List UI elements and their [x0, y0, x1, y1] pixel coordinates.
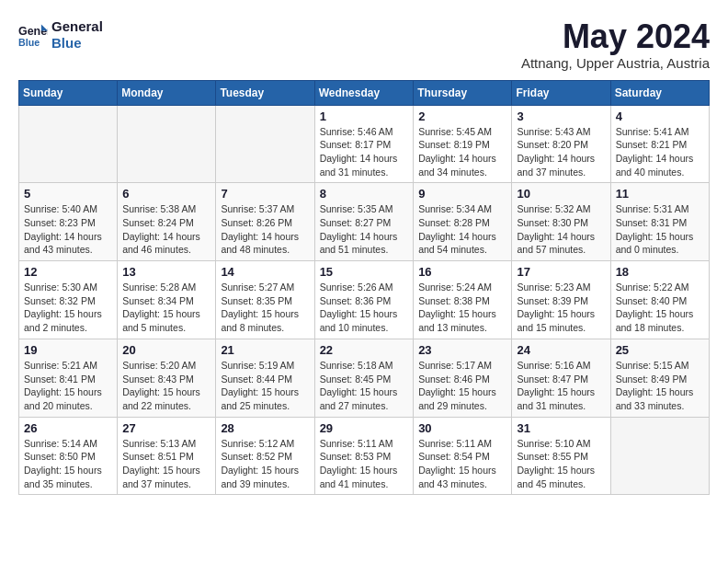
day-number: 8: [320, 187, 409, 201]
calendar-table: SundayMondayTuesdayWednesdayThursdayFrid…: [18, 80, 710, 496]
day-info: Sunrise: 5:37 AM Sunset: 8:26 PM Dayligh…: [221, 202, 309, 257]
day-number: 12: [24, 265, 112, 279]
day-info: Sunrise: 5:10 AM Sunset: 8:55 PM Dayligh…: [517, 437, 605, 491]
calendar-cell: 30Sunrise: 5:11 AM Sunset: 8:54 PM Dayli…: [414, 417, 512, 495]
day-info: Sunrise: 5:35 AM Sunset: 8:27 PM Dayligh…: [320, 202, 409, 257]
week-row-2: 5Sunrise: 5:40 AM Sunset: 8:23 PM Daylig…: [19, 183, 710, 261]
calendar-cell: 29Sunrise: 5:11 AM Sunset: 8:53 PM Dayli…: [314, 417, 414, 495]
calendar-cell: 5Sunrise: 5:40 AM Sunset: 8:23 PM Daylig…: [19, 183, 118, 261]
day-info: Sunrise: 5:19 AM Sunset: 8:44 PM Dayligh…: [221, 359, 309, 413]
calendar-cell: 12Sunrise: 5:30 AM Sunset: 8:32 PM Dayli…: [19, 261, 118, 339]
calendar-cell: 9Sunrise: 5:34 AM Sunset: 8:28 PM Daylig…: [414, 183, 512, 261]
calendar-cell: 19Sunrise: 5:21 AM Sunset: 8:41 PM Dayli…: [19, 339, 118, 417]
day-number: 11: [616, 187, 704, 201]
calendar-cell: 24Sunrise: 5:16 AM Sunset: 8:47 PM Dayli…: [512, 339, 610, 417]
day-number: 21: [221, 343, 309, 357]
calendar-cell: 22Sunrise: 5:18 AM Sunset: 8:45 PM Dayli…: [314, 339, 414, 417]
calendar-cell: 31Sunrise: 5:10 AM Sunset: 8:55 PM Dayli…: [512, 417, 610, 495]
day-number: 23: [418, 343, 506, 357]
weekday-header-monday: Monday: [118, 80, 216, 105]
day-info: Sunrise: 5:11 AM Sunset: 8:53 PM Dayligh…: [320, 437, 409, 491]
calendar-cell: 17Sunrise: 5:23 AM Sunset: 8:39 PM Dayli…: [512, 261, 610, 339]
day-number: 27: [122, 421, 210, 435]
weekday-header-sunday: Sunday: [19, 80, 118, 105]
day-number: 14: [221, 265, 309, 279]
day-info: Sunrise: 5:46 AM Sunset: 8:17 PM Dayligh…: [320, 125, 409, 179]
calendar-cell: 28Sunrise: 5:12 AM Sunset: 8:52 PM Dayli…: [216, 417, 314, 495]
day-info: Sunrise: 5:13 AM Sunset: 8:51 PM Dayligh…: [122, 437, 210, 491]
day-number: 10: [517, 187, 605, 201]
day-info: Sunrise: 5:21 AM Sunset: 8:41 PM Dayligh…: [24, 359, 112, 413]
day-info: Sunrise: 5:45 AM Sunset: 8:19 PM Dayligh…: [418, 125, 506, 179]
day-info: Sunrise: 5:40 AM Sunset: 8:23 PM Dayligh…: [24, 202, 112, 257]
day-number: 16: [418, 265, 506, 279]
calendar-cell: 8Sunrise: 5:35 AM Sunset: 8:27 PM Daylig…: [314, 183, 414, 261]
calendar-cell: 27Sunrise: 5:13 AM Sunset: 8:51 PM Dayli…: [118, 417, 216, 495]
day-info: Sunrise: 5:18 AM Sunset: 8:45 PM Dayligh…: [320, 359, 409, 413]
weekday-header-friday: Friday: [512, 80, 610, 105]
day-number: 3: [517, 109, 605, 123]
day-number: 22: [320, 343, 409, 357]
week-row-1: 1Sunrise: 5:46 AM Sunset: 8:17 PM Daylig…: [19, 105, 710, 183]
day-info: Sunrise: 5:30 AM Sunset: 8:32 PM Dayligh…: [24, 281, 112, 335]
calendar-cell: 6Sunrise: 5:38 AM Sunset: 8:24 PM Daylig…: [118, 183, 216, 261]
calendar-cell: 10Sunrise: 5:32 AM Sunset: 8:30 PM Dayli…: [512, 183, 610, 261]
day-info: Sunrise: 5:43 AM Sunset: 8:20 PM Dayligh…: [517, 125, 605, 179]
calendar-cell: 1Sunrise: 5:46 AM Sunset: 8:17 PM Daylig…: [314, 105, 414, 183]
day-number: 20: [122, 343, 210, 357]
day-number: 26: [24, 421, 112, 435]
day-info: Sunrise: 5:15 AM Sunset: 8:49 PM Dayligh…: [616, 359, 704, 413]
weekday-header-saturday: Saturday: [610, 80, 709, 105]
day-info: Sunrise: 5:20 AM Sunset: 8:43 PM Dayligh…: [122, 359, 210, 413]
day-number: 17: [517, 265, 605, 279]
week-row-3: 12Sunrise: 5:30 AM Sunset: 8:32 PM Dayli…: [19, 261, 710, 339]
weekday-header-tuesday: Tuesday: [216, 80, 314, 105]
day-info: Sunrise: 5:38 AM Sunset: 8:24 PM Dayligh…: [122, 202, 210, 257]
calendar-cell: 16Sunrise: 5:24 AM Sunset: 8:38 PM Dayli…: [414, 261, 512, 339]
day-number: 15: [320, 265, 409, 279]
day-info: Sunrise: 5:31 AM Sunset: 8:31 PM Dayligh…: [616, 202, 704, 257]
day-number: 7: [221, 187, 309, 201]
calendar-cell: 20Sunrise: 5:20 AM Sunset: 8:43 PM Dayli…: [118, 339, 216, 417]
calendar-cell: 14Sunrise: 5:27 AM Sunset: 8:35 PM Dayli…: [216, 261, 314, 339]
calendar-cell: 11Sunrise: 5:31 AM Sunset: 8:31 PM Dayli…: [610, 183, 709, 261]
day-info: Sunrise: 5:14 AM Sunset: 8:50 PM Dayligh…: [24, 437, 112, 491]
day-number: 19: [24, 343, 112, 357]
logo-icon: General Blue: [18, 22, 48, 48]
calendar-cell: 3Sunrise: 5:43 AM Sunset: 8:20 PM Daylig…: [512, 105, 610, 183]
calendar-cell: [19, 105, 118, 183]
day-number: 4: [616, 109, 704, 123]
day-info: Sunrise: 5:24 AM Sunset: 8:38 PM Dayligh…: [418, 281, 506, 335]
page-header: General Blue General Blue May 2024 Attna…: [18, 18, 710, 71]
day-number: 29: [320, 421, 409, 435]
day-number: 9: [418, 187, 506, 201]
weekday-header-wednesday: Wednesday: [314, 80, 414, 105]
day-info: Sunrise: 5:16 AM Sunset: 8:47 PM Dayligh…: [517, 359, 605, 413]
calendar-cell: [216, 105, 314, 183]
day-number: 25: [616, 343, 704, 357]
day-number: 30: [418, 421, 506, 435]
day-info: Sunrise: 5:23 AM Sunset: 8:39 PM Dayligh…: [517, 281, 605, 335]
day-info: Sunrise: 5:27 AM Sunset: 8:35 PM Dayligh…: [221, 281, 309, 335]
calendar-cell: 7Sunrise: 5:37 AM Sunset: 8:26 PM Daylig…: [216, 183, 314, 261]
day-number: 6: [122, 187, 210, 201]
day-number: 1: [320, 109, 409, 123]
day-info: Sunrise: 5:12 AM Sunset: 8:52 PM Dayligh…: [221, 437, 309, 491]
day-number: 18: [616, 265, 704, 279]
day-info: Sunrise: 5:26 AM Sunset: 8:36 PM Dayligh…: [320, 281, 409, 335]
day-info: Sunrise: 5:17 AM Sunset: 8:46 PM Dayligh…: [418, 359, 506, 413]
week-row-5: 26Sunrise: 5:14 AM Sunset: 8:50 PM Dayli…: [19, 417, 710, 495]
calendar-cell: 4Sunrise: 5:41 AM Sunset: 8:21 PM Daylig…: [610, 105, 709, 183]
calendar-cell: 25Sunrise: 5:15 AM Sunset: 8:49 PM Dayli…: [610, 339, 709, 417]
location: Attnang, Upper Austria, Austria: [521, 55, 710, 71]
week-row-4: 19Sunrise: 5:21 AM Sunset: 8:41 PM Dayli…: [19, 339, 710, 417]
day-number: 2: [418, 109, 506, 123]
calendar-cell: [118, 105, 216, 183]
day-number: 31: [517, 421, 605, 435]
day-number: 24: [517, 343, 605, 357]
title-block: May 2024 Attnang, Upper Austria, Austria: [521, 18, 710, 71]
calendar-cell: 2Sunrise: 5:45 AM Sunset: 8:19 PM Daylig…: [414, 105, 512, 183]
calendar-cell: 21Sunrise: 5:19 AM Sunset: 8:44 PM Dayli…: [216, 339, 314, 417]
logo-line1: General: [51, 18, 103, 35]
calendar-cell: 18Sunrise: 5:22 AM Sunset: 8:40 PM Dayli…: [610, 261, 709, 339]
